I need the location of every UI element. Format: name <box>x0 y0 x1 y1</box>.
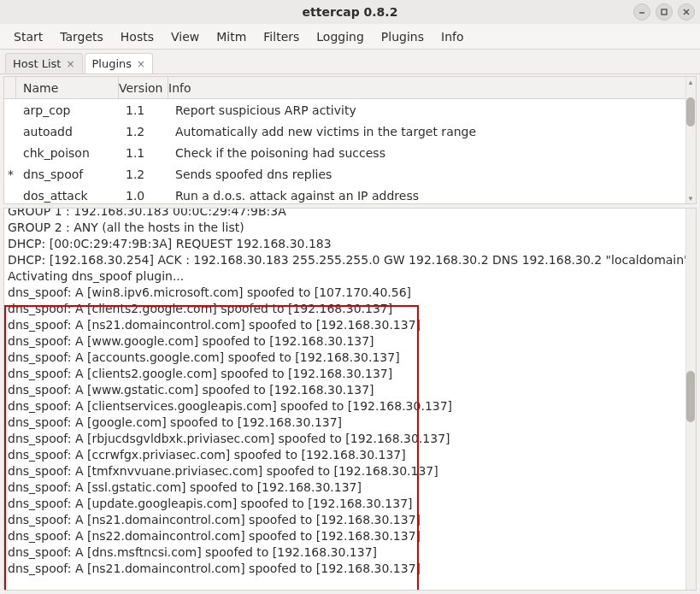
col-header-info[interactable]: Info <box>168 77 696 98</box>
tab-label: Host List <box>13 57 61 70</box>
menu-plugins[interactable]: Plugins <box>373 26 432 47</box>
tab-strip: Host List×Plugins× <box>0 50 700 74</box>
row-version: 1.2 <box>119 125 168 138</box>
row-version: 1.2 <box>119 168 168 181</box>
menu-hosts[interactable]: Hosts <box>112 26 162 47</box>
log-line: dns_spoof: A [clientservices.googleapis.… <box>8 398 684 415</box>
titlebar: ettercap 0.8.2 <box>0 0 700 24</box>
log-scroll-thumb[interactable] <box>686 371 695 422</box>
plugin-scroll-thumb[interactable] <box>686 97 695 126</box>
tab-label: Plugins <box>92 57 132 70</box>
maximize-button[interactable] <box>656 3 673 21</box>
table-row[interactable]: dos_attack1.0Run a d.o.s. attack against… <box>4 185 696 205</box>
table-row[interactable]: autoadd1.2Automatically add new victims … <box>4 121 696 142</box>
menu-targets[interactable]: Targets <box>51 26 112 47</box>
log-line: dns_spoof: A [update.googleapis.com] spo… <box>8 496 684 512</box>
row-version: 1.1 <box>119 103 168 117</box>
close-icon <box>682 8 691 16</box>
plugin-table-header: Name Version Info <box>4 77 696 99</box>
log-line: dns_spoof: A [clients2.google.com] spoof… <box>8 366 684 382</box>
log-line: dns_spoof: A [win8.ipv6.microsoft.com] s… <box>8 285 684 301</box>
row-version: 1.0 <box>119 189 168 203</box>
menu-logging[interactable]: Logging <box>308 26 373 47</box>
log-line: dns_spoof: A [google.com] spoofed to [19… <box>8 415 684 431</box>
plugin-scrollbar[interactable]: ▴ ▾ <box>685 77 696 203</box>
log-line: DHCP: [00:0C:29:47:9B:3A] REQUEST 192.16… <box>8 236 684 252</box>
menu-info[interactable]: Info <box>432 26 473 47</box>
tab-plugins[interactable]: Plugins× <box>85 53 154 74</box>
row-name: chk_poison <box>16 146 119 160</box>
menu-start[interactable]: Start <box>5 26 51 47</box>
plugin-table: Name Version Info arp_cop1.1Report suspi… <box>3 76 697 204</box>
col-header-version[interactable]: Version <box>119 77 168 98</box>
row-version: 1.1 <box>119 146 168 160</box>
log-line: dns_spoof: A [accounts.google.com] spoof… <box>8 350 684 366</box>
scroll-down-icon: ▾ <box>685 193 696 203</box>
log-line: dns_spoof: A [tmfxnvvuane.priviasec.com]… <box>8 463 684 479</box>
log-line: Activating dns_spoof plugin... <box>8 268 684 285</box>
log-line: dns_spoof: A [ns22.domaincontrol.com] sp… <box>8 528 684 544</box>
row-info: Report suspicious ARP activity <box>168 103 696 117</box>
log-line: dns_spoof: A [dns.msftncsi.com] spoofed … <box>8 544 684 561</box>
col-header-mark[interactable] <box>4 77 16 98</box>
log-line: dns_spoof: A [ns21.domaincontrol.com] sp… <box>8 561 684 577</box>
window-controls <box>633 3 695 21</box>
log-line: dns_spoof: A [www.google.com] spoofed to… <box>8 333 684 350</box>
log-content: GROUP 1 : 192.168.30.183 00:0C:29:47:9B:… <box>8 208 684 577</box>
minimize-icon <box>638 8 646 16</box>
minimize-button[interactable] <box>633 3 650 21</box>
row-info: Automatically add new victims in the tar… <box>168 125 696 138</box>
menubar: StartTargetsHostsViewMitmFiltersLoggingP… <box>0 24 700 50</box>
row-name: autoadd <box>16 125 119 138</box>
close-icon[interactable]: × <box>66 58 74 70</box>
row-name: dns_spoof <box>16 168 119 181</box>
plugin-table-body: arp_cop1.1Report suspicious ARP activity… <box>4 99 696 205</box>
log-line: dns_spoof: A [ns21.domaincontrol.com] sp… <box>8 512 684 528</box>
table-row[interactable]: *dns_spoof1.2Sends spoofed dns replies <box>4 163 696 185</box>
row-name: arp_cop <box>16 103 119 117</box>
row-name: dos_attack <box>16 189 119 203</box>
menu-view[interactable]: View <box>162 26 208 47</box>
close-icon[interactable]: × <box>137 58 145 70</box>
scroll-up-icon: ▴ <box>685 77 696 87</box>
log-line: DHCP: [192.168.30.254] ACK : 192.168.30.… <box>8 252 684 268</box>
log-line: dns_spoof: A [clients2.google.com] spoof… <box>8 301 684 317</box>
row-info: Run a d.o.s. attack against an IP addres… <box>168 189 696 203</box>
log-line: dns_spoof: A [ns21.domaincontrol.com] sp… <box>8 317 684 333</box>
log-scrollbar[interactable] <box>685 209 696 590</box>
app-window: ettercap 0.8.2 StartTargetsHostsViewMitm… <box>0 0 700 594</box>
row-info: Check if the poisoning had success <box>168 146 696 160</box>
log-line: dns_spoof: A [ssl.gstatic.com] spoofed t… <box>8 479 684 496</box>
maximize-icon <box>660 8 668 16</box>
log-line: GROUP 1 : 192.168.30.183 00:0C:29:47:9B:… <box>8 208 684 220</box>
col-header-name[interactable]: Name <box>16 77 119 98</box>
row-mark: * <box>4 168 16 181</box>
menu-filters[interactable]: Filters <box>255 26 308 47</box>
row-info: Sends spoofed dns replies <box>168 168 696 181</box>
svg-rect-1 <box>662 9 667 15</box>
menu-mitm[interactable]: Mitm <box>208 26 255 47</box>
close-button[interactable] <box>678 3 695 21</box>
log-line: dns_spoof: A [www.gstatic.com] spoofed t… <box>8 382 684 398</box>
table-row[interactable]: chk_poison1.1Check if the poisoning had … <box>4 142 696 163</box>
log-line: dns_spoof: A [ccrwfgx.priviasec.com] spo… <box>8 447 684 463</box>
log-line: dns_spoof: A [rbjucdsgvldbxk.priviasec.c… <box>8 431 684 447</box>
log-line: GROUP 2 : ANY (all the hosts in the list… <box>8 220 684 236</box>
window-title: ettercap 0.8.2 <box>303 5 398 19</box>
tab-host-list[interactable]: Host List× <box>5 53 83 74</box>
table-row[interactable]: arp_cop1.1Report suspicious ARP activity <box>4 99 696 121</box>
log-area: GROUP 1 : 192.168.30.183 00:0C:29:47:9B:… <box>3 208 697 591</box>
